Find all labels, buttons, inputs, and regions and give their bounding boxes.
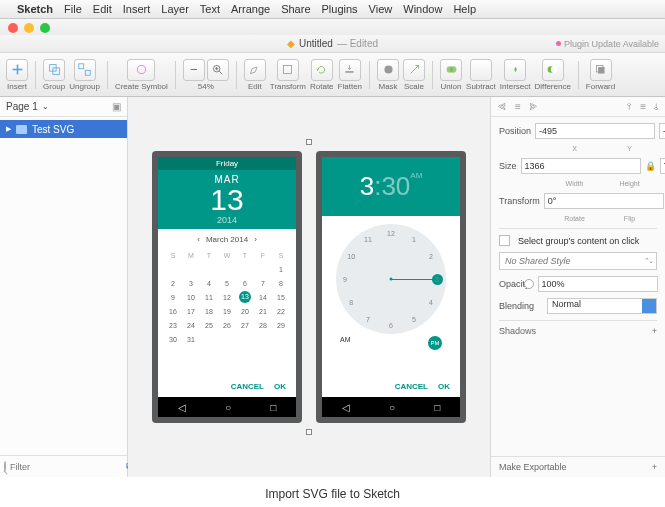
height-input[interactable] [660,158,665,174]
clock-hour[interactable]: 11 [364,236,372,243]
clock-hour[interactable]: 6 [389,322,393,329]
calendar-day[interactable] [254,262,272,276]
forward-button[interactable] [590,59,612,81]
select-group-checkbox[interactable] [499,235,510,246]
ungroup-button[interactable] [74,59,96,81]
zoom-window-button[interactable] [40,23,50,33]
menu-layer[interactable]: Layer [161,3,189,15]
create-symbol-button[interactable] [127,59,155,81]
add-shadow-button[interactable]: + [652,326,657,336]
calendar-day[interactable]: 19 [218,304,236,318]
menu-help[interactable]: Help [453,3,476,15]
calendar-day[interactable] [218,332,236,346]
calendar-day[interactable] [236,262,254,276]
group-button[interactable] [43,59,65,81]
calendar-day[interactable]: 3 [182,276,200,290]
minimize-window-button[interactable] [24,23,34,33]
close-window-button[interactable] [8,23,18,33]
ok-button[interactable]: OK [438,382,450,391]
align-center-icon[interactable]: ≡ [515,101,521,112]
home-icon[interactable]: ○ [225,402,231,413]
home-icon[interactable]: ○ [389,402,395,413]
resize-handle-top[interactable] [306,139,312,145]
calendar-day[interactable] [218,262,236,276]
clock-hour[interactable]: 9 [343,276,347,283]
resize-handle-bottom[interactable] [306,429,312,435]
recent-icon[interactable]: □ [270,402,276,413]
clock-hour[interactable]: 5 [412,315,416,322]
artboard-datepicker[interactable]: Friday MAR 13 2014 ‹March 2014› SMTWTFS1… [152,151,302,423]
calendar-day[interactable]: 10 [182,290,200,304]
page-selector[interactable]: Page 1 ⌄ ▣ [0,97,127,117]
add-export-button[interactable]: + [652,462,657,472]
alignment-tabs[interactable]: ⫷ ≡ ⫸ ⫯ ≡ ⫰ [491,97,665,117]
lock-icon[interactable]: 🔒 [645,161,656,171]
clock-hour[interactable]: 1 [412,236,416,243]
calendar-day[interactable]: 4 [200,276,218,290]
am-label[interactable]: AM [340,336,351,350]
page-options-icon[interactable]: ▣ [112,101,121,112]
calendar-day[interactable]: 8 [272,276,290,290]
rotate-input[interactable] [544,193,664,209]
align-top-icon[interactable]: ⫯ [627,101,632,112]
calendar-day[interactable]: 1 [272,262,290,276]
clock-hour[interactable]: 7 [366,315,370,322]
zoom-level[interactable]: 54% [198,82,214,91]
menu-window[interactable]: Window [403,3,442,15]
blending-select[interactable]: Normal [547,298,657,314]
calendar-day[interactable] [164,262,182,276]
menu-view[interactable]: View [369,3,393,15]
calendar-day[interactable]: 5 [218,276,236,290]
calendar-day[interactable]: 15 [272,290,290,304]
calendar-day[interactable]: 14 [254,290,272,304]
calendar-day[interactable]: 24 [182,318,200,332]
calendar-day[interactable]: 2 [164,276,182,290]
shared-style-select[interactable]: No Shared Style [499,252,657,270]
menu-edit[interactable]: Edit [93,3,112,15]
calendar-day[interactable] [236,332,254,346]
width-input[interactable] [521,158,641,174]
calendar-day[interactable]: 31 [182,332,200,346]
calendar-day[interactable]: 7 [254,276,272,290]
menu-plugins[interactable]: Plugins [322,3,358,15]
calendar-day[interactable] [182,262,200,276]
clock-hour[interactable]: 2 [429,253,433,260]
clock-hour[interactable]: 8 [349,299,353,306]
back-icon[interactable]: ◁ [178,402,186,413]
artboard-timepicker[interactable]: 3:30AM 123456789101112 AM PM CANCEL [316,151,466,423]
menu-arrange[interactable]: Arrange [231,3,270,15]
calendar-day[interactable]: 11 [200,290,218,304]
calendar-day[interactable]: 20 [236,304,254,318]
ok-button[interactable]: OK [274,382,286,391]
filter-input[interactable] [10,462,122,472]
calendar-day[interactable]: 16 [164,304,182,318]
clock-hour[interactable]: 3 [435,276,439,283]
next-month-icon[interactable]: › [254,235,257,244]
calendar-day[interactable]: 21 [254,304,272,318]
calendar-day[interactable]: 25 [200,318,218,332]
rotate-button[interactable] [311,59,333,81]
subtract-button[interactable] [470,59,492,81]
calendar-day[interactable] [272,332,290,346]
opacity-input[interactable] [538,276,658,292]
calendar-day[interactable]: 29 [272,318,290,332]
align-bottom-icon[interactable]: ⫰ [654,101,659,112]
selection-group[interactable]: Friday MAR 13 2014 ‹March 2014› SMTWTFS1… [152,151,466,423]
calendar-day[interactable] [254,332,272,346]
back-icon[interactable]: ◁ [342,402,350,413]
calendar-day[interactable]: 13 [236,290,254,304]
calendar-day[interactable]: 12 [218,290,236,304]
calendar-day[interactable]: 26 [218,318,236,332]
intersect-button[interactable] [504,59,526,81]
menu-insert[interactable]: Insert [123,3,151,15]
calendar-day[interactable]: 9 [164,290,182,304]
scale-button[interactable] [403,59,425,81]
layer-item[interactable]: ▶ Test SVG [0,120,127,138]
position-y-input[interactable] [659,123,665,139]
align-right-icon[interactable]: ⫸ [529,101,539,112]
cancel-button[interactable]: CANCEL [231,382,264,391]
clock-face[interactable]: 123456789101112 [336,224,446,334]
pm-label[interactable]: PM [428,336,442,350]
clock-hour[interactable]: 10 [347,253,355,260]
union-button[interactable] [440,59,462,81]
